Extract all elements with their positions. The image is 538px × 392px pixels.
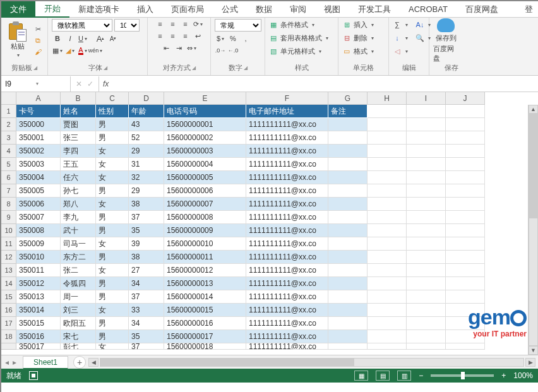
row-header-17[interactable]: 17 xyxy=(1,317,16,330)
data-cell[interactable]: 女 xyxy=(96,145,129,158)
header-cell[interactable]: 卡号 xyxy=(16,105,61,118)
data-cell[interactable] xyxy=(328,251,368,264)
data-cell[interactable]: 女 xyxy=(96,237,129,251)
scroll-left-button[interactable]: ◀ xyxy=(88,358,99,367)
align-top-button[interactable]: ≡ xyxy=(155,19,166,29)
menu-tab-4[interactable]: 公式 xyxy=(213,1,247,18)
menu-tab-2[interactable]: 插入 xyxy=(128,1,162,18)
data-cell[interactable] xyxy=(407,118,446,131)
tab-nav-first[interactable]: ◂ xyxy=(5,358,9,367)
zoom-slider[interactable] xyxy=(431,374,494,377)
fill-button[interactable]: ↓▾ 🔍▾ xyxy=(393,32,431,44)
border-button[interactable]: ▦▾ xyxy=(52,45,63,56)
data-cell[interactable]: 350009 xyxy=(16,237,61,251)
data-cell[interactable]: 宋七 xyxy=(61,330,96,343)
data-cell[interactable]: 欧阳五 xyxy=(61,317,96,330)
data-cell[interactable] xyxy=(328,290,368,304)
data-cell[interactable] xyxy=(407,237,446,251)
data-cell[interactable]: 男 xyxy=(96,224,129,237)
data-cell[interactable] xyxy=(368,131,407,145)
column-header-B[interactable]: B xyxy=(61,92,96,105)
data-cell[interactable] xyxy=(407,317,446,330)
data-cell[interactable] xyxy=(328,304,368,317)
hscroll-thumb[interactable] xyxy=(100,359,354,366)
data-cell[interactable]: 350000 xyxy=(16,118,61,131)
data-cell[interactable]: 女 xyxy=(96,343,129,350)
align-center-button[interactable]: ≡ xyxy=(167,31,179,41)
data-cell[interactable]: 38 xyxy=(129,198,164,211)
grow-font-button[interactable]: A▴ xyxy=(95,33,106,44)
cancel-formula-button[interactable]: ✕ xyxy=(76,80,82,88)
data-cell[interactable]: 1111111111@xx.co xyxy=(246,118,328,131)
row-header-4[interactable]: 4 xyxy=(1,145,16,158)
data-cell[interactable]: 张三 xyxy=(61,131,96,145)
column-header-D[interactable]: D xyxy=(129,92,164,105)
data-cell[interactable]: 1111111111@xx.co xyxy=(246,304,328,317)
row-header-9[interactable]: 9 xyxy=(1,211,16,224)
data-cell[interactable] xyxy=(446,198,485,211)
data-cell[interactable]: 350007 xyxy=(16,211,61,224)
header-cell[interactable]: 备注 xyxy=(328,105,368,118)
data-cell[interactable]: 34 xyxy=(129,277,164,290)
data-cell[interactable]: 350017 xyxy=(16,343,61,350)
data-cell[interactable]: 李四 xyxy=(61,145,96,158)
name-box[interactable]: I9▾ xyxy=(1,76,71,92)
data-cell[interactable] xyxy=(328,118,368,131)
data-cell[interactable]: 1111111111@xx.co xyxy=(246,251,328,264)
data-cell[interactable]: 43 xyxy=(129,118,164,131)
data-cell[interactable]: 1111111111@xx.co xyxy=(246,290,328,304)
delete-cells-button[interactable]: ⊟删除▾ xyxy=(342,32,374,44)
data-cell[interactable] xyxy=(328,198,368,211)
data-cell[interactable]: 39 xyxy=(129,237,164,251)
data-cell[interactable]: 周一 xyxy=(61,290,96,304)
view-normal-button[interactable]: ▦ xyxy=(354,371,368,381)
menu-tab-0[interactable]: 开始 xyxy=(35,1,69,18)
data-cell[interactable]: 37 xyxy=(129,343,164,350)
increase-indent-button[interactable]: ⇥ xyxy=(174,43,185,53)
fx-button[interactable]: fx xyxy=(99,80,112,88)
data-cell[interactable]: 任六 xyxy=(61,171,96,184)
italic-button[interactable]: I xyxy=(64,33,76,44)
data-cell[interactable] xyxy=(368,290,407,304)
data-cell[interactable]: 15600000017 xyxy=(164,330,246,343)
data-cell[interactable]: 女 xyxy=(96,264,129,277)
data-cell[interactable] xyxy=(407,211,446,224)
data-cell[interactable]: 350006 xyxy=(16,198,61,211)
data-cell[interactable] xyxy=(446,171,485,184)
data-cell[interactable]: 1111111111@xx.co xyxy=(246,277,328,290)
data-cell[interactable]: 1111111111@xx.co xyxy=(246,224,328,237)
data-cell[interactable]: 女 xyxy=(96,304,129,317)
data-cell[interactable] xyxy=(368,330,407,343)
data-cell[interactable]: 1111111111@xx.co xyxy=(246,330,328,343)
data-cell[interactable]: 350015 xyxy=(16,317,61,330)
data-cell[interactable]: 37 xyxy=(129,211,164,224)
table-format-button[interactable]: ▤套用表格格式▾ xyxy=(269,32,328,44)
row-header-6[interactable]: 6 xyxy=(1,171,16,184)
align-right-button[interactable]: ≡ xyxy=(180,31,191,41)
header-cell[interactable]: 电话号码 xyxy=(164,105,246,118)
data-cell[interactable]: 男 xyxy=(96,184,129,198)
data-cell[interactable]: 31 xyxy=(129,158,164,171)
data-cell[interactable] xyxy=(368,343,407,350)
currency-button[interactable]: $▾ xyxy=(215,33,226,44)
data-cell[interactable]: 15600000016 xyxy=(164,317,246,330)
data-cell[interactable]: 350012 xyxy=(16,277,61,290)
data-cell[interactable] xyxy=(407,158,446,171)
copy-button[interactable]: ⧉ xyxy=(32,35,44,45)
data-cell[interactable]: 15600000014 xyxy=(164,290,246,304)
data-cell[interactable]: 15600000003 xyxy=(164,145,246,158)
data-cell[interactable]: 男 xyxy=(96,211,129,224)
data-cell[interactable] xyxy=(368,251,407,264)
data-cell[interactable] xyxy=(446,277,485,290)
number-format-select[interactable]: 常规 xyxy=(215,19,261,32)
data-cell[interactable]: 男 xyxy=(96,251,129,264)
decrease-decimal-button[interactable]: ←.0 xyxy=(227,45,239,56)
data-cell[interactable]: 李九 xyxy=(61,211,96,224)
row-header-11[interactable]: 11 xyxy=(1,237,16,251)
save-to-baidu-button[interactable]: 保存到 百度网盘 xyxy=(433,22,458,59)
data-cell[interactable]: 15600000018 xyxy=(164,343,246,350)
header-cell[interactable]: 姓名 xyxy=(61,105,96,118)
data-cell[interactable]: 38 xyxy=(129,251,164,264)
data-cell[interactable]: 孙七 xyxy=(61,184,96,198)
data-cell[interactable] xyxy=(446,158,485,171)
